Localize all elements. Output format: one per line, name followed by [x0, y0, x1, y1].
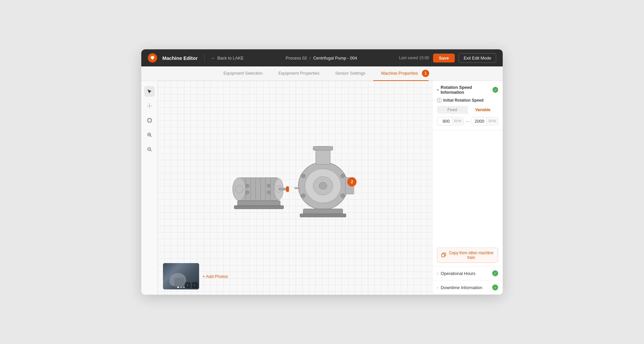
downtime-chevron-icon: › — [437, 286, 438, 289]
operational-hours-section[interactable]: › Operational Hours ✓ — [432, 266, 503, 281]
copy-button-label: Copy from other machine train — [448, 251, 494, 260]
rpm-input-group: RPM — RPM — [437, 117, 498, 125]
initial-rotation-speed-title: i Initial Rotation Speed — [437, 98, 498, 103]
svg-rect-50 — [442, 254, 445, 257]
breadcrumb-machine: Centrifugal Pump - 004 — [313, 56, 357, 61]
tab-equipment-properties-label: Equipment Properties — [278, 71, 319, 76]
add-photos-button[interactable]: + Add Photos — [202, 274, 228, 279]
photo-dot-nav — [177, 286, 185, 288]
rotation-speed-section-header[interactable]: ▾ Rotation Speed Information ✓ — [432, 81, 503, 98]
info-icon: i — [437, 98, 442, 103]
zoom-in-button[interactable] — [144, 130, 155, 140]
fixed-toggle-button[interactable]: Fixed — [437, 106, 468, 114]
svg-point-24 — [233, 178, 246, 201]
svg-point-0 — [149, 106, 150, 107]
breadcrumb: Process 02 / Centrifugal Pump - 004 — [249, 56, 394, 61]
main-layout: 2 ‹ › + Add Photos — [141, 81, 503, 295]
downtime-title: Downtime Information — [441, 285, 482, 290]
header-actions: Last saved 15:00 Save Exit Edit Mode — [399, 53, 496, 63]
rpm-min-field: RPM — [437, 117, 464, 125]
last-saved-label: Last saved 15:00 — [399, 56, 429, 60]
svg-point-28 — [246, 184, 249, 187]
panel-spacer — [432, 130, 503, 244]
back-to-lake-button[interactable]: ← Back to LAKE — [211, 56, 244, 61]
svg-rect-41 — [313, 146, 333, 150]
rpm-max-field: RPM — [472, 117, 498, 125]
rpm-min-input[interactable] — [437, 117, 452, 125]
rpm-max-unit: RPM — [486, 118, 498, 124]
photo-navigation-arrows: ‹ › — [185, 282, 198, 288]
right-panel: ▾ Rotation Speed Information ✓ i Initial… — [432, 81, 503, 295]
tab-machine-properties[interactable]: Machine Properties 1 — [373, 66, 428, 81]
svg-line-11 — [150, 136, 151, 137]
photo-dot-1 — [177, 286, 179, 288]
svg-rect-32 — [279, 188, 287, 190]
tab-equipment-properties[interactable]: Equipment Properties — [270, 66, 327, 81]
svg-point-46 — [301, 194, 305, 198]
zoom-out-button[interactable] — [144, 144, 155, 155]
svg-point-45 — [301, 174, 305, 178]
downtime-left: › Downtime Information — [437, 285, 482, 290]
subsection-label: Initial Rotation Speed — [443, 98, 484, 103]
copy-icon — [441, 253, 446, 258]
svg-point-48 — [341, 194, 345, 198]
breadcrumb-process: Process 02 — [286, 56, 307, 61]
photo-prev-button[interactable]: ‹ — [185, 282, 191, 288]
downtime-section[interactable]: › Downtime Information ✓ — [432, 281, 503, 295]
rotation-speed-header-left: ▾ Rotation Speed Information — [437, 85, 493, 95]
photo-strip: ‹ › + Add Photos — [163, 263, 228, 289]
app-window: Machine Editor ← Back to LAKE Process 02… — [141, 49, 503, 295]
select-tool-button[interactable] — [144, 86, 155, 97]
app-logo — [148, 53, 157, 62]
rotation-speed-section: ▾ Rotation Speed Information ✓ i Initial… — [432, 81, 503, 130]
canvas-area[interactable]: 2 ‹ › + Add Photos — [158, 81, 432, 295]
rotation-complete-icon: ✓ — [493, 87, 498, 93]
tab-equipment-selection[interactable]: Equipment Selection — [216, 66, 270, 81]
rotation-section-title: Rotation Speed Information — [441, 85, 493, 95]
photo-next-button[interactable]: › — [192, 282, 198, 288]
rotation-content: i Initial Rotation Speed Fixed Variable … — [432, 98, 503, 130]
operational-hours-title: Operational Hours — [441, 271, 475, 276]
downtime-complete-icon: ✓ — [492, 284, 498, 290]
svg-point-29 — [246, 191, 249, 194]
variable-toggle-button[interactable]: Variable — [468, 106, 498, 114]
rpm-dash: — — [466, 119, 470, 124]
header: Machine Editor ← Back to LAKE Process 02… — [141, 49, 503, 66]
rpm-max-input[interactable] — [472, 117, 486, 125]
operational-hours-left: › Operational Hours — [437, 271, 475, 276]
machine-3d-view — [223, 140, 354, 240]
svg-rect-1 — [148, 119, 151, 122]
app-title: Machine Editor — [162, 55, 198, 61]
rotation-chevron-icon: ▾ — [437, 88, 439, 92]
tab-equipment-selection-label: Equipment Selection — [223, 71, 263, 76]
photo-thumbnail[interactable]: ‹ › — [163, 263, 199, 289]
svg-rect-33 — [286, 186, 289, 192]
step-badge-2: 2 — [347, 177, 356, 186]
tab-sensor-settings[interactable]: Sensor Settings — [327, 66, 373, 81]
operational-chevron-icon: › — [437, 272, 438, 275]
svg-rect-35 — [234, 206, 284, 209]
save-button[interactable]: Save — [433, 54, 455, 62]
svg-point-39 — [319, 182, 327, 189]
svg-line-15 — [150, 150, 151, 152]
tab-bar: Equipment Selection Equipment Properties… — [141, 66, 503, 81]
breadcrumb-separator: / — [310, 56, 312, 61]
step-badge-1: 1 — [422, 70, 429, 77]
header-divider — [204, 55, 205, 61]
rpm-min-unit: RPM — [452, 118, 463, 124]
svg-point-31 — [267, 191, 270, 194]
svg-point-47 — [341, 174, 345, 178]
frame-tool-button[interactable] — [144, 115, 155, 126]
back-label: Back to LAKE — [218, 56, 244, 61]
copy-section: Copy from other machine train — [432, 244, 503, 266]
svg-point-30 — [267, 184, 270, 187]
copy-machine-train-button[interactable]: Copy from other machine train — [437, 248, 498, 263]
rotation-toggle-group: Fixed Variable — [437, 106, 498, 114]
tab-sensor-settings-label: Sensor Settings — [335, 71, 365, 76]
photo-dot-2 — [180, 286, 182, 288]
tab-machine-properties-label: Machine Properties — [381, 71, 418, 76]
exit-edit-mode-button[interactable]: Exit Edit Mode — [459, 53, 496, 63]
left-toolbar — [141, 81, 158, 295]
back-arrow-icon: ← — [211, 56, 216, 61]
move-tool-button[interactable] — [144, 101, 155, 111]
